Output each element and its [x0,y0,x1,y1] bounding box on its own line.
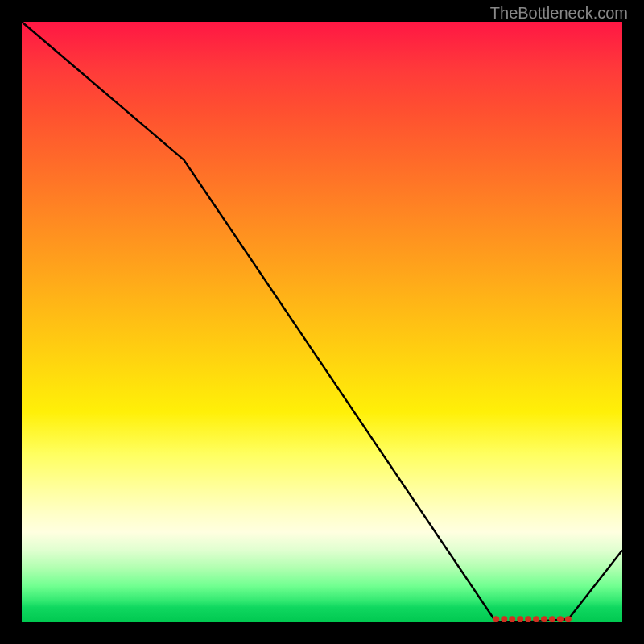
plot-area [22,22,622,622]
data-marker [525,616,531,622]
data-marker [557,616,564,622]
data-marker [549,616,555,622]
data-marker [501,616,507,622]
data-marker [533,616,539,622]
data-marker [517,616,523,622]
watermark-text: TheBottleneck.com [490,4,628,23]
chart-svg [22,22,622,622]
data-line [22,22,622,622]
line-series [22,22,622,622]
data-marker [509,616,515,622]
data-marker [565,616,572,622]
data-marker [493,616,499,622]
data-marker [541,616,547,622]
